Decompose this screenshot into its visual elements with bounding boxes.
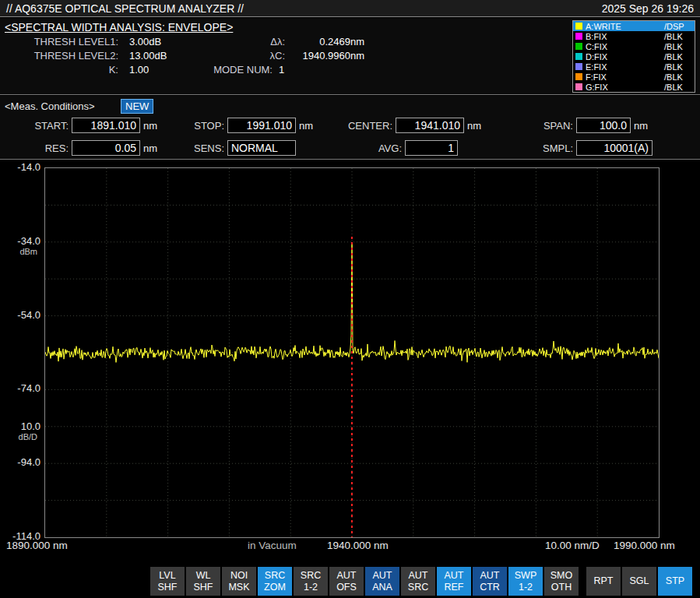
softkey-aut-ref[interactable]: AUTREF [437,567,471,596]
ytick-4: -94.0 [2,456,40,468]
delta-lambda-value: 0.2469nm [290,36,364,47]
res-value[interactable]: 0.05 [72,140,140,156]
trace-c-color-swatch [575,43,582,50]
stop-label: STOP: [164,120,224,132]
sens-value[interactable]: NORMAL [227,140,296,156]
xaxis-left-label: 1890.000 nm [6,540,68,551]
stop-unit: nm [299,120,313,132]
ytick-3: -74.0 [2,382,40,394]
trace-row-e[interactable]: E:FIX /BLK [573,62,695,72]
trace-a-color-swatch [575,23,582,30]
trace-d-name: D:FIX [586,52,661,62]
res-field: RES: 0.05 nm [6,140,157,156]
thresh-level1-label: THRESH LEVEL1: [23,36,118,47]
softkey-aut-src[interactable]: AUTSRC [401,567,435,596]
trace-row-f[interactable]: F:FIX /BLK [573,72,695,82]
trace-row-g[interactable]: G:FIX /BLK [573,82,695,92]
trace-b-name: B:FIX [586,32,661,41]
trace-row-a[interactable]: A:WRITE /DSP [573,21,695,31]
vacuum-label: in Vacuum [248,540,297,551]
softkey-aut-ana[interactable]: AUTANA [365,567,399,596]
smpl-field: SMPL: 10001(A) [514,140,653,156]
span-unit: nm [634,120,648,132]
span-value[interactable]: 100.0 [576,118,631,133]
softkey-aut-ofs[interactable]: AUTOFS [329,567,364,596]
osa-screen: // AQ6375E OPTICAL SPECTRUM ANALYZER // … [0,0,700,598]
trace-b-status: /BLK [664,32,692,41]
start-unit: nm [143,120,157,132]
key-rpt[interactable]: RPT [586,567,621,596]
center-unit: nm [467,120,481,132]
ytick-0: -14.0 [2,161,40,173]
trace-g-name: G:FIX [586,83,661,92]
span-label: SPAN: [514,120,573,132]
mode-num-value: 1 [279,64,284,76]
softkey-swp-1-2[interactable]: SWP1-2 [508,567,543,596]
sens-label: SENS: [164,142,224,154]
softkey-src-1-2[interactable]: SRC1-2 [294,567,328,596]
scale-per-div-value: 10.0 [2,420,40,432]
trace-list: A:WRITE /DSP B:FIX /BLK C:FIX /BLK D:FIX… [572,20,695,93]
softkey-noi-msk[interactable]: NOIMSK [222,567,256,596]
lambda-c-value: 1940.9960nm [290,50,364,62]
thresh-level1-value: 3.00dB [129,36,161,47]
start-field: START: 1891.010 nm [6,118,157,133]
smpl-label: SMPL: [514,142,573,154]
spectrum-plot-area[interactable] [44,167,660,538]
trace-row-d[interactable]: D:FIX /BLK [573,51,695,62]
k-value: 1.00 [129,64,149,76]
softkey-src-zom[interactable]: SRCZOM [258,567,292,596]
trace-c-status: /BLK [664,42,692,51]
xaxis-right-label: 1990.000 nm [614,540,675,551]
ytick-1: -34.0 [2,235,40,247]
start-label: START: [6,120,69,132]
meas-conditions-title: <Meas. Conditions> [5,100,95,112]
k-label: K: [23,64,118,76]
res-label: RES: [6,142,69,154]
trace-b-color-swatch [575,33,582,40]
trace-e-status: /BLK [664,62,692,72]
trace-e-color-swatch [575,63,582,70]
res-unit: nm [143,142,157,154]
trace-f-status: /BLK [664,72,692,82]
mode-num-label: MODE NUM: [210,64,273,76]
trace-d-status: /BLK [664,52,692,62]
softkey-lvl-shf[interactable]: LVLSHF [150,567,185,596]
trace-row-c[interactable]: C:FIX /BLK [573,41,695,51]
center-value[interactable]: 1941.010 [396,118,464,133]
sens-field: SENS: NORMAL [164,140,296,156]
key-stp[interactable]: STP [658,567,692,596]
meas-conditions-panel: <Meas. Conditions> NEW START: 1891.010 n… [0,96,700,160]
softkey-wl-shf[interactable]: WLSHF [186,567,220,596]
center-field: CENTER: 1941.010 nm [327,118,481,133]
softkey-aut-ctr[interactable]: AUTCTR [473,567,507,596]
start-value[interactable]: 1891.010 [72,118,140,133]
trace-e-name: E:FIX [586,62,661,72]
ytick-2: -54.0 [2,309,40,321]
trace-f-color-swatch [575,73,582,80]
thresh-level2-label: THRESH LEVEL2: [23,50,118,62]
title-bar: // AQ6375E OPTICAL SPECTRUM ANALYZER // … [0,0,700,17]
trace-g-color-swatch [575,83,582,90]
trace-d-color-swatch [575,53,582,60]
scale-per-div-unit: dB/D [2,432,37,441]
new-badge: NEW [121,99,153,114]
trace-row-b[interactable]: B:FIX /BLK [573,31,695,41]
delta-lambda-label: Δλ: [248,36,285,47]
y-unit-label: dBm [2,247,37,256]
stop-field: STOP: 1991.010 nm [164,118,313,133]
xaxis-per-div-label: 10.00 nm/D [545,540,600,551]
trace-g-status: /BLK [664,83,692,92]
lambda-c-label: λC: [248,50,285,62]
key-sgl[interactable]: SGL [622,567,656,596]
center-label: CENTER: [327,120,392,132]
smpl-value[interactable]: 10001(A) [576,140,653,156]
span-field: SPAN: 100.0 nm [514,118,648,133]
avg-value[interactable]: 1 [405,140,458,156]
thresh-level2-value: 13.00dB [129,50,167,62]
stop-value[interactable]: 1991.010 [227,118,296,133]
xaxis-center-label: 1940.000 nm [327,540,389,551]
spectrum-trace-canvas [45,168,659,537]
softkey-smo-oth[interactable]: SMOOTH [544,567,579,596]
avg-label: AVG: [343,142,402,154]
